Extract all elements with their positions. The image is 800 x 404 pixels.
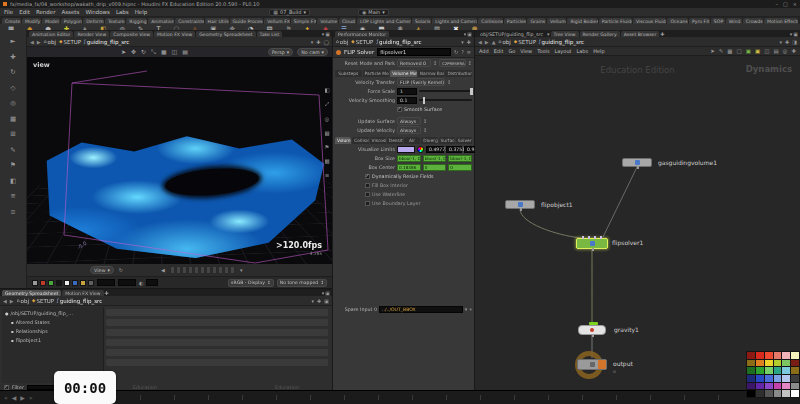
node-name-field[interactable]: flipsolver1 (377, 48, 451, 56)
palette-color-cell[interactable] (756, 383, 764, 390)
palette-color-cell[interactable] (782, 383, 790, 390)
palette-color-cell[interactable] (774, 360, 782, 367)
network-menu-item[interactable]: Edit (494, 48, 504, 54)
forward-icon[interactable]: ▶ (37, 39, 41, 45)
node-body[interactable] (505, 200, 535, 209)
output-connector[interactable] (592, 248, 594, 251)
velocity-smoothing-field[interactable]: 0.1 (397, 97, 417, 104)
path-root[interactable]: ⌂obj (17, 298, 29, 304)
network-canvas[interactable]: Education Edition Dynamics gasguidingvol… (475, 57, 800, 390)
output-connector[interactable] (592, 334, 594, 337)
play-back-icon[interactable]: ◀ (12, 394, 17, 401)
pane-tab[interactable]: Tree View (551, 31, 579, 37)
chevron-down-icon[interactable]: ▾ (240, 267, 243, 273)
output-connector[interactable] (520, 208, 522, 211)
take-selector[interactable]: ◉ Main ▾ (358, 9, 389, 16)
toolbar-icon[interactable]: ✎ (10, 147, 15, 154)
volume-subtab[interactable]: Divergence (421, 137, 437, 144)
toolbar-icon[interactable]: ≋ (10, 193, 15, 200)
network-toolbar-icon[interactable]: ◎ (783, 48, 788, 54)
color-swatch[interactable] (88, 280, 94, 286)
palette-color-cell[interactable] (765, 360, 773, 367)
gamma-field[interactable] (97, 279, 115, 286)
path-group[interactable]: ◆SETUP (59, 39, 81, 45)
filter-checkbox[interactable]: ✓ (4, 385, 9, 390)
path-node[interactable]: ƒguiding_flip_src (57, 298, 102, 304)
node-body[interactable] (578, 325, 606, 335)
palette-color-cell[interactable] (774, 390, 782, 397)
contrast-icon[interactable]: ◐ (139, 280, 143, 286)
box-center-y[interactable]: 0 (423, 164, 447, 171)
color-swatch[interactable] (72, 280, 78, 286)
viewport-tool-icon[interactable]: ✥ (131, 48, 136, 56)
pane-tab[interactable]: Motion FX View (62, 290, 103, 296)
boundary-layer-checkbox[interactable] (365, 201, 370, 206)
path-root[interactable]: ⌂obj (336, 39, 348, 45)
pane-tab[interactable]: Motion FX View (154, 31, 195, 37)
color-swatch[interactable] (40, 280, 46, 286)
palette-color-cell[interactable] (774, 375, 782, 382)
viewport-tool-icon[interactable]: ▤ (182, 48, 188, 56)
back-icon[interactable]: ◀ (30, 39, 34, 45)
pin-icon[interactable]: ▾ (461, 39, 464, 45)
add-icon[interactable]: ✚ (785, 39, 789, 45)
palette-color-cell[interactable] (765, 352, 773, 359)
force-scale-field[interactable]: 1 (397, 88, 417, 95)
color-wheel-icon[interactable] (417, 146, 424, 153)
color-swatch[interactable] (48, 280, 54, 286)
box-center-x[interactable]: 0.18386 (397, 164, 421, 171)
palette-color-cell[interactable] (782, 375, 790, 382)
volume-subtab[interactable]: Solver (456, 137, 472, 144)
playbar[interactable]: « ◀ ▶ » (0, 390, 800, 404)
palette-color-cell[interactable] (791, 367, 799, 374)
toolbar-icon[interactable]: ↻ (10, 69, 15, 76)
close-button[interactable]: × (793, 1, 797, 7)
pane-tab[interactable]: Animation Editor (29, 31, 73, 37)
volume-subtab[interactable]: Collisions (352, 137, 368, 144)
palette-color-cell[interactable] (756, 352, 764, 359)
path-node[interactable]: ƒguiding_flip_src (376, 39, 421, 45)
palette-color-cell[interactable] (747, 390, 755, 397)
node-body[interactable] (576, 238, 608, 249)
help-icon[interactable]: ? (461, 49, 464, 55)
pane-split-icon[interactable]: ▣ (325, 31, 330, 37)
input-connector[interactable] (582, 236, 584, 239)
palette-color-cell[interactable] (774, 352, 782, 359)
palette-color-cell[interactable] (756, 390, 764, 397)
forward-icon[interactable]: ▶ (10, 298, 14, 304)
lut-field[interactable] (146, 279, 158, 286)
palette-color-cell[interactable] (765, 383, 773, 390)
display-option-icon[interactable]: ▩ (324, 158, 329, 164)
viewport-tool-icon[interactable]: ⤡ (151, 48, 156, 56)
toolbar-icon[interactable]: ◎ (10, 100, 16, 107)
colorspace-selector[interactable]: sRGB - Display↕ (228, 279, 274, 287)
pane-tab[interactable]: Composite View (110, 31, 153, 37)
palette-color-cell[interactable] (782, 367, 790, 374)
jump-end-icon[interactable]: » (29, 394, 33, 401)
network-menu-item[interactable]: Labs (577, 48, 589, 54)
spreadsheet-row[interactable] (106, 349, 328, 356)
color-swatch[interactable] (64, 280, 70, 286)
palette-color-cell[interactable] (791, 383, 799, 390)
box-size-z[interactable]: bbox(-1, D_ZSI (448, 155, 472, 162)
pane-split-icon[interactable]: ▣ (467, 31, 472, 37)
palette-color-cell[interactable] (765, 390, 773, 397)
node-flipsolver1[interactable]: flipsolver1 (576, 238, 608, 249)
limits-g-field[interactable]: 0.3751 (446, 146, 462, 153)
palette-color-cell[interactable] (791, 390, 799, 397)
path-node[interactable]: ƒguiding_flip_src (84, 39, 129, 45)
box-size-x[interactable]: bbox(-1, D_XSI (397, 155, 421, 162)
network-toolbar-icon[interactable]: ▢ (737, 48, 742, 54)
network-toolbar-icon[interactable]: ▣ (746, 48, 751, 54)
output-connector[interactable] (637, 166, 639, 169)
network-menu-item[interactable]: View (520, 48, 532, 54)
pin-icon[interactable]: ▾ (312, 298, 315, 304)
limits-r-field[interactable]: 0.49773 (426, 146, 444, 153)
node-body[interactable] (622, 158, 652, 167)
palette-color-cell[interactable] (774, 383, 782, 390)
up-icon[interactable]: ▲ (492, 39, 496, 45)
network-toolbar-icon[interactable]: ◫ (764, 48, 769, 54)
palette-color-cell[interactable] (747, 383, 755, 390)
output-flag-segment[interactable] (598, 360, 606, 369)
palette-color-cell[interactable] (782, 390, 790, 397)
